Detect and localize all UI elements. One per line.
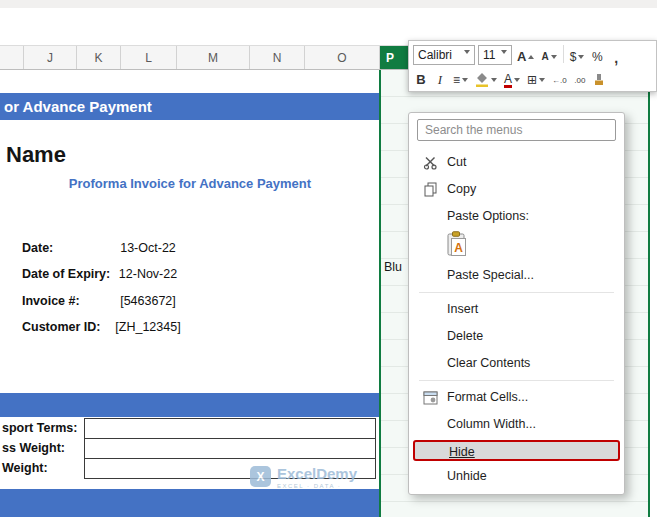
chevron-down-icon <box>501 50 507 54</box>
menu-item-copy[interactable]: Copy <box>411 176 622 203</box>
paste-keep-formatting-button[interactable]: A <box>447 231 468 261</box>
menu-label: Delete <box>447 329 483 343</box>
watermark-tagline: EXCEL · DATA · <box>277 483 357 489</box>
bold-icon: B <box>416 72 425 88</box>
italic-button[interactable]: I <box>432 68 448 88</box>
field-row-customer-id: Customer ID: [ZH_12345] <box>0 317 380 337</box>
format-painter-button[interactable] <box>591 68 607 88</box>
paste-options-row: A <box>411 230 622 262</box>
shipping-row-terms: sport Terms: <box>0 418 380 439</box>
menu-item-hide[interactable]: Hide <box>413 440 620 461</box>
date-label: Date: <box>22 238 53 258</box>
comma-icon: , <box>614 51 618 65</box>
menu-item-paste-options: Paste Options: <box>411 203 622 230</box>
menu-label: Format Cells... <box>447 390 528 404</box>
column-header-j[interactable]: J <box>24 46 77 69</box>
excel-window: J K L M N O P Blu or Advance Payment Nam… <box>0 0 657 517</box>
chevron-down-icon <box>539 78 545 82</box>
menu-search-input[interactable] <box>417 119 616 141</box>
menu-label: Copy <box>447 182 476 196</box>
bold-button[interactable]: B <box>413 68 429 88</box>
menu-separator <box>419 292 614 293</box>
footer-band <box>0 489 380 517</box>
menu-item-format-cells[interactable]: Format Cells... <box>411 384 622 411</box>
accounting-format-button[interactable]: $ <box>568 45 587 65</box>
menu-search <box>417 119 616 141</box>
decrease-decimal-icon: .00 <box>574 74 585 88</box>
shipping-row-gross-weight: ss Weight: <box>0 438 380 459</box>
font-color-button[interactable]: A <box>502 68 522 88</box>
menu-item-paste-special[interactable]: Paste Special... <box>411 262 622 289</box>
menu-label: Column Width... <box>447 417 536 431</box>
chevron-down-icon <box>514 78 520 82</box>
up-arrow-icon <box>528 55 534 59</box>
paint-bucket-icon <box>475 73 489 88</box>
transport-terms-label: sport Terms: <box>2 418 77 439</box>
exceldemy-watermark: X ExcelDemy EXCEL · DATA · <box>250 466 357 489</box>
column-header-o[interactable]: O <box>305 46 380 69</box>
field-row-invoice-number: Invoice #: [5463672] <box>0 291 380 311</box>
date-value[interactable]: 13-Oct-22 <box>96 238 200 258</box>
align-lines-icon: ≡ <box>453 72 460 88</box>
shrink-font-button[interactable]: A <box>539 45 558 65</box>
watermark-brand: ExcelDemy <box>277 466 357 481</box>
exceldemy-logo-icon: X <box>250 466 271 487</box>
font-color-icon: A <box>504 73 512 88</box>
menu-item-cut[interactable]: Cut <box>411 149 622 176</box>
chevron-down-icon <box>462 78 468 82</box>
borders-button[interactable]: ⊞ <box>525 68 547 88</box>
font-name-combo[interactable]: Calibri <box>413 45 475 65</box>
mini-toolbar-row-2: B I ≡ A ⊞ <box>413 67 652 88</box>
context-menu: Cut Copy Paste Options: A <box>408 112 625 495</box>
column-header-k[interactable]: K <box>77 46 121 69</box>
menu-separator <box>419 380 614 381</box>
percent-style-button[interactable]: % <box>589 45 605 65</box>
invoice-number-label: Invoice #: <box>22 291 80 311</box>
menu-item-clear-contents[interactable]: Clear Contents <box>411 350 622 377</box>
chevron-down-icon <box>464 50 470 54</box>
invoice-banner: or Advance Payment <box>0 93 380 120</box>
section-divider-band <box>0 393 380 417</box>
increase-decimal-icon: ←.0 <box>552 74 567 88</box>
gross-weight-label: ss Weight: <box>2 438 65 459</box>
transport-terms-cell[interactable] <box>84 418 376 439</box>
alignment-button[interactable]: ≡ <box>451 68 470 88</box>
column-header-n[interactable]: N <box>250 46 305 69</box>
increase-decimal-button[interactable]: ←.0 <box>550 68 569 88</box>
font-size-value: 11 <box>483 47 495 63</box>
chevron-down-icon <box>491 78 497 82</box>
menu-item-column-width[interactable]: Column Width... <box>411 411 622 438</box>
column-header-l[interactable]: L <box>121 46 177 69</box>
window-chrome <box>0 0 657 8</box>
dollar-icon: $ <box>570 49 577 65</box>
column-header-m[interactable]: M <box>177 46 250 69</box>
invoice-number-value[interactable]: [5463672] <box>96 291 200 311</box>
menu-label: Cut <box>447 155 466 169</box>
expiry-value[interactable]: 12-Nov-22 <box>96 264 200 284</box>
mini-toolbar-row-1: Calibri 11 A A $ % <box>413 44 652 65</box>
menu-item-insert[interactable]: Insert <box>411 296 622 323</box>
gross-weight-cell[interactable] <box>84 438 376 459</box>
net-weight-label: Weight: <box>2 458 48 479</box>
cell-text-partial: Blu <box>384 260 402 274</box>
menu-label: Clear Contents <box>447 356 530 370</box>
font-name-value: Calibri <box>418 47 452 63</box>
scissors-icon <box>421 154 439 172</box>
menu-item-delete[interactable]: Delete <box>411 323 622 350</box>
comma-style-button[interactable]: , <box>608 45 624 65</box>
menu-label: Hide <box>449 445 475 459</box>
field-row-date: Date: 13-Oct-22 <box>0 238 380 258</box>
clipboard-paste-icon: A <box>447 231 468 257</box>
percent-icon: % <box>592 49 603 65</box>
font-size-combo[interactable]: 11 <box>478 45 512 65</box>
down-arrow-icon <box>551 55 557 59</box>
fill-color-button[interactable] <box>473 68 499 88</box>
customer-id-value[interactable]: [ZH_12345] <box>96 317 200 337</box>
menu-item-unhide[interactable]: Unhide <box>411 463 622 490</box>
menu-label: Unhide <box>447 469 487 483</box>
menu-label: Insert <box>447 302 478 316</box>
column-header-partial[interactable] <box>0 46 24 69</box>
grow-font-button[interactable]: A <box>515 45 536 65</box>
invoice-subtitle: Proforma Invoice for Advance Payment <box>0 176 380 191</box>
decrease-decimal-button[interactable]: .00 <box>572 68 588 88</box>
